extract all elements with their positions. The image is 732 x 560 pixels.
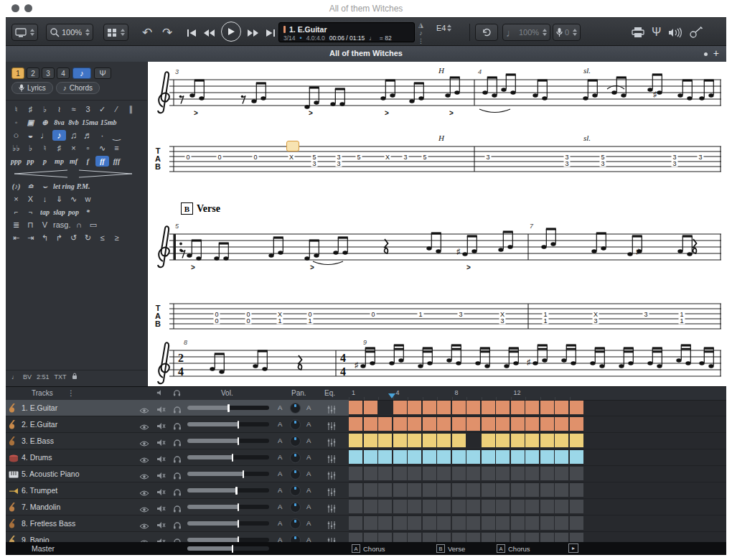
bar-cell[interactable] (364, 401, 377, 414)
bar-cell[interactable] (511, 516, 525, 530)
lock-icon[interactable] (72, 373, 78, 381)
chords-button[interactable]: ♪ Chords (56, 82, 100, 94)
palette-symbol[interactable]: ▫ (81, 143, 95, 154)
decrescendo-icon[interactable] (76, 169, 133, 178)
eq-icon[interactable] (327, 503, 336, 515)
tuning-fork-button[interactable]: Ψ (94, 67, 111, 79)
bar-cell[interactable] (482, 450, 495, 464)
track-row[interactable]: 6. TrumpetAA (6, 482, 726, 499)
voice-button-2[interactable]: 2 (27, 67, 39, 79)
palette-symbol[interactable]: ↻ (81, 233, 95, 243)
palette-symbol[interactable]: ≡ (110, 143, 123, 154)
palette-symbol[interactable]: ♮ (38, 143, 52, 154)
section-marker[interactable]: AChorus (352, 544, 385, 553)
bar-cell[interactable] (525, 401, 539, 414)
palette-symbol[interactable]: 15ma (81, 117, 99, 128)
pan-knob[interactable] (290, 485, 301, 496)
bar-cell[interactable] (423, 401, 436, 414)
bar-cell[interactable] (555, 500, 568, 513)
bar-cell[interactable] (555, 516, 568, 530)
palette-symbol[interactable]: ◦ (9, 117, 23, 128)
track-row[interactable]: 3. E.BassAA (6, 433, 726, 449)
bar-cell[interactable] (540, 467, 554, 480)
view-mode-stepper[interactable] (30, 29, 34, 36)
volume-slider[interactable] (187, 455, 269, 459)
bar-cell[interactable] (540, 417, 554, 431)
bar-cell[interactable] (511, 483, 525, 497)
solo-headphones-icon[interactable] (173, 503, 182, 515)
bar-cell[interactable] (482, 483, 495, 497)
bar-cell[interactable] (540, 516, 554, 530)
volume-slider[interactable] (187, 406, 269, 410)
bar-cell[interactable] (525, 434, 539, 447)
bar-cell[interactable] (408, 516, 421, 530)
bar-cell[interactable] (393, 417, 407, 431)
palette-symbol[interactable]: ♭ (24, 143, 37, 154)
solo-headphones-icon[interactable] (173, 403, 182, 416)
bar-cell[interactable] (555, 417, 568, 431)
zoom-control[interactable]: 100% (46, 24, 93, 41)
palette-symbol[interactable]: tap (38, 207, 52, 218)
tuner-button[interactable]: Ψ (652, 24, 661, 41)
fast-forward-button[interactable] (247, 29, 259, 37)
bar-cell[interactable] (437, 483, 451, 497)
palette-symbol[interactable]: ≤ (95, 233, 109, 243)
bar-cell[interactable] (364, 516, 377, 530)
bar-cell[interactable] (423, 483, 436, 497)
palette-symbol[interactable]: ≏ (24, 181, 37, 192)
bar-cell[interactable] (393, 500, 407, 513)
score-tab[interactable]: All of them Witches (6, 49, 726, 57)
palette-symbol[interactable]: ♭ (38, 104, 52, 115)
bar-cell[interactable] (540, 450, 554, 464)
next-section-button[interactable]: ▸ (568, 543, 578, 553)
volume-slider[interactable] (187, 439, 269, 443)
bar-cell[interactable] (408, 467, 421, 480)
bar-cell[interactable] (378, 516, 392, 530)
track-row[interactable]: 8. Fretless BassAA (6, 515, 726, 532)
palette-symbol[interactable]: ‿ (110, 130, 123, 141)
tracks-menu-icon[interactable]: ⋮ (67, 389, 75, 397)
mute-icon[interactable] (156, 486, 166, 499)
bar-cell[interactable] (364, 434, 377, 447)
bar-cell[interactable] (540, 434, 554, 447)
bar-cell[interactable] (570, 434, 583, 447)
bar-cell[interactable] (349, 417, 362, 431)
bar-cell[interactable] (349, 450, 362, 464)
palette-symbol[interactable]: V (38, 220, 52, 230)
bar-cell[interactable] (349, 516, 362, 530)
palette-symbol[interactable]: ↰ (38, 233, 52, 243)
palette-symbol[interactable]: ppp (9, 156, 23, 167)
bar-cell[interactable] (570, 401, 583, 414)
bar-cell[interactable] (525, 417, 539, 431)
palette-symbol[interactable]: ↺ (67, 233, 80, 243)
bar-cell[interactable] (496, 401, 510, 414)
bar-cell[interactable] (570, 483, 583, 497)
note-entry-button[interactable]: ♪ (72, 67, 91, 79)
bar-cell[interactable] (378, 434, 392, 447)
bar-cell[interactable] (378, 450, 392, 464)
bar-cell[interactable] (570, 467, 583, 480)
bar-cell[interactable] (525, 500, 539, 513)
palette-symbol[interactable]: ♪ (52, 130, 66, 141)
bar-cell[interactable] (378, 483, 392, 497)
voice-button-4[interactable]: 4 (57, 67, 70, 79)
bar-cell[interactable] (496, 434, 510, 447)
track-row[interactable]: 4. DrumsAA (6, 449, 726, 466)
palette-symbol[interactable]: p (38, 156, 52, 167)
voice-button-3[interactable]: 3 (42, 67, 55, 79)
bar-cell[interactable] (482, 467, 495, 480)
palette-symbol[interactable]: 15mb (100, 117, 118, 128)
tuning-control[interactable]: E4 (436, 24, 451, 32)
bar-cell[interactable] (511, 417, 525, 431)
bar-cell[interactable] (437, 401, 451, 414)
bar-cell[interactable] (555, 434, 568, 447)
bar-cell[interactable] (437, 450, 451, 464)
palette-symbol[interactable]: pop (67, 207, 80, 218)
crescendo-icon[interactable] (13, 169, 70, 178)
mute-icon[interactable] (156, 437, 166, 449)
pan-knob[interactable] (290, 436, 301, 447)
bar-cell[interactable] (452, 467, 466, 480)
bar-cell[interactable] (452, 500, 466, 513)
loop-button[interactable] (475, 24, 498, 41)
bar-cell[interactable] (452, 434, 466, 447)
